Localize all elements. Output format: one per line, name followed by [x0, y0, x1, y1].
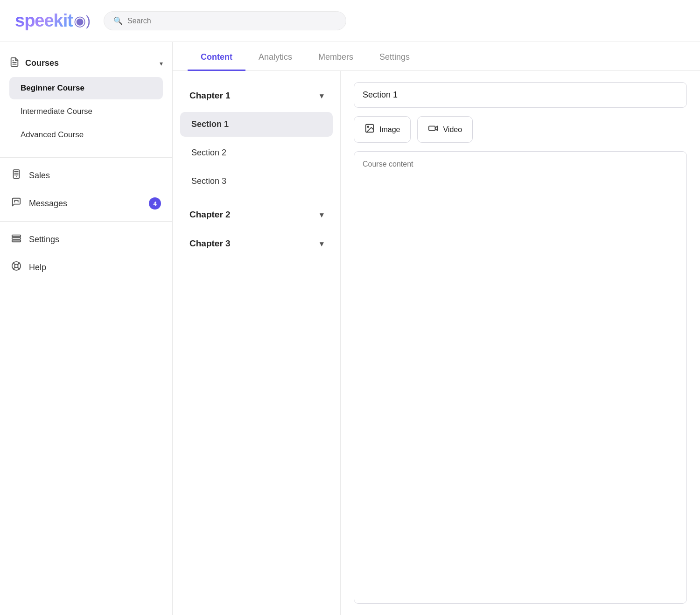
- video-button[interactable]: Video: [417, 116, 473, 143]
- chapter-2-label: Chapter 2: [189, 210, 231, 220]
- sidebar: Courses ▾ Beginner Course Intermediate C…: [0, 42, 173, 615]
- chapter-panel: Chapter 1 ▾ Section 1 Section 2 Section …: [173, 71, 341, 615]
- content-panels: Chapter 1 ▾ Section 1 Section 2 Section …: [173, 71, 700, 615]
- settings-icon: [11, 233, 21, 246]
- chapter-1-label: Chapter 1: [189, 91, 231, 101]
- messages-label: Messages: [29, 199, 67, 209]
- sidebar-item-sales[interactable]: Sales: [0, 161, 172, 189]
- chapter-3-item[interactable]: Chapter 3 ▾: [180, 230, 333, 257]
- svg-line-13: [14, 267, 15, 269]
- sidebar-item-messages[interactable]: Messages 4: [0, 189, 172, 217]
- image-button-label: Image: [379, 126, 400, 134]
- messages-icon: [11, 197, 21, 210]
- sidebar-divider: [0, 157, 172, 158]
- search-bar: 🔍: [104, 11, 346, 30]
- search-input[interactable]: [127, 17, 336, 25]
- section-3-item[interactable]: Section 3: [180, 169, 333, 194]
- tab-content[interactable]: Content: [188, 52, 245, 71]
- tab-members[interactable]: Members: [305, 52, 366, 71]
- settings-label: Settings: [29, 235, 59, 245]
- chapter-1-item[interactable]: Chapter 1 ▾: [180, 82, 333, 109]
- courses-icon: [9, 57, 20, 70]
- chapter-3-label: Chapter 3: [189, 238, 231, 249]
- svg-rect-16: [429, 126, 435, 130]
- sales-label: Sales: [29, 171, 50, 181]
- image-button[interactable]: Image: [354, 116, 411, 143]
- course-list: Beginner Course Intermediate Course Adva…: [0, 75, 172, 154]
- help-icon: [11, 261, 21, 274]
- image-icon: [364, 123, 375, 136]
- chapter-2-chevron-icon: ▾: [320, 210, 323, 219]
- top-header: speekit ◉) 🔍: [0, 0, 700, 42]
- sales-icon: [11, 169, 21, 182]
- course-content-textarea[interactable]: [354, 151, 687, 604]
- svg-line-12: [18, 263, 19, 265]
- courses-header[interactable]: Courses ▾: [0, 51, 172, 75]
- chapter-2-item[interactable]: Chapter 2 ▾: [180, 201, 333, 228]
- tabs-bar: Content Analytics Members Settings: [173, 42, 700, 71]
- video-icon: [428, 123, 438, 136]
- tab-settings[interactable]: Settings: [366, 52, 423, 71]
- svg-rect-5: [12, 238, 21, 239]
- messages-badge: 4: [149, 197, 161, 210]
- courses-chevron-icon: ▾: [160, 60, 163, 67]
- sidebar-item-help[interactable]: Help: [0, 253, 172, 281]
- svg-line-10: [18, 267, 20, 269]
- section-1-item[interactable]: Section 1: [180, 112, 333, 137]
- main-layout: Courses ▾ Beginner Course Intermediate C…: [0, 42, 700, 615]
- chapter-3-chevron-icon: ▾: [320, 239, 323, 248]
- media-buttons: Image Video: [354, 116, 687, 143]
- courses-label: Courses: [25, 58, 154, 68]
- svg-rect-6: [12, 240, 21, 242]
- content-area: Content Analytics Members Settings Chapt…: [173, 42, 700, 615]
- course-item-advanced[interactable]: Advanced Course: [9, 124, 163, 146]
- search-icon: 🔍: [113, 16, 123, 25]
- sidebar-divider-2: [0, 221, 172, 222]
- logo: speekit ◉): [15, 11, 91, 31]
- logo-wave-icon: ◉): [74, 13, 91, 29]
- video-button-label: Video: [443, 126, 462, 134]
- help-label: Help: [29, 263, 46, 273]
- tab-analytics[interactable]: Analytics: [245, 52, 305, 71]
- svg-rect-4: [12, 235, 21, 237]
- sidebar-item-settings[interactable]: Settings: [0, 225, 172, 253]
- editor-panel: Image Video: [341, 71, 700, 615]
- svg-line-9: [14, 263, 15, 265]
- chapter-1-chevron-icon: ▾: [320, 91, 323, 100]
- logo-text: speekit: [15, 11, 73, 31]
- section-title-input[interactable]: [354, 82, 687, 108]
- course-item-intermediate[interactable]: Intermediate Course: [9, 100, 163, 123]
- svg-point-15: [367, 126, 369, 127]
- section-2-item[interactable]: Section 2: [180, 140, 333, 165]
- course-item-beginner[interactable]: Beginner Course: [9, 77, 163, 99]
